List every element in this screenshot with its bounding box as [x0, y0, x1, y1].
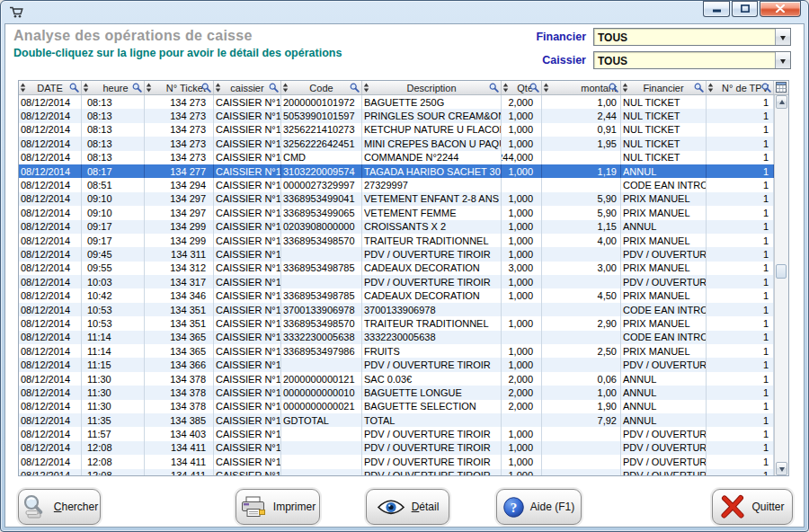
cell-tpv: 1	[707, 275, 774, 288]
title-bar[interactable]	[1, 1, 808, 23]
column-header-date[interactable]: DATE	[19, 81, 82, 94]
dropdown-button[interactable]	[775, 29, 790, 45]
table-row[interactable]: 08/12/201411:35134 385CAISSIER N°1GDTOTA…	[19, 413, 774, 427]
magnifier-icon[interactable]	[694, 83, 704, 94]
table-row[interactable]: 08/12/201411:30134 378CAISSIER N°1000000…	[19, 386, 774, 399]
cell-description: PDV / OUVERTURE TIROIR	[362, 247, 502, 261]
table-row[interactable]: 08/12/201409:17134 299CAISSIER N°1020390…	[19, 220, 774, 234]
cell-caissier: CAISSIER N°1	[214, 220, 281, 234]
dropdown-button[interactable]	[775, 52, 790, 68]
financier-select[interactable]: TOUS	[593, 28, 791, 46]
cell-ticket: 134 378	[145, 386, 214, 399]
chercher-button[interactable]: Chercher	[18, 489, 101, 525]
table-row[interactable]: 08/12/201409:45134 311CAISSIER N°1PDV / …	[19, 247, 774, 261]
scroll-down-button[interactable]	[776, 462, 787, 475]
table-row[interactable]: 08/12/201411:57134 403CAISSIER N°1PDV / …	[19, 427, 774, 440]
cell-montant	[542, 441, 621, 455]
cell-description: PDV / OUVERTURE TIROIR	[362, 358, 502, 371]
cell-description: CADEAUX DECORATION	[362, 288, 502, 302]
cell-caissier: CAISSIER N°1	[214, 288, 281, 302]
column-header-ticket[interactable]: N° Ticket	[145, 81, 214, 94]
magnifier-icon[interactable]	[69, 83, 79, 94]
cell-ticket: 134 273	[145, 151, 214, 164]
table-row[interactable]: 08/12/201411:30134 378CAISSIER N°1000000…	[19, 400, 774, 413]
table-row[interactable]: 08/12/201409:10134 297CAISSIER N°1336895…	[19, 192, 774, 206]
column-header-description[interactable]: Description	[362, 81, 502, 94]
window-controls	[703, 1, 801, 17]
table-row[interactable]: 08/12/201410:53134 351CAISSIER N°1336895…	[19, 316, 774, 330]
cell-tpv: 1	[707, 331, 774, 344]
column-label-ticket: N° Ticket	[166, 83, 206, 93]
table-row[interactable]: 08/12/201412:08134 411CAISSIER N°1PDV / …	[19, 455, 774, 468]
column-header-qte[interactable]: Qté	[502, 81, 542, 94]
cell-montant: 7,92	[542, 413, 621, 427]
column-header-heure[interactable]: heure	[82, 81, 145, 94]
column-header-caissier[interactable]: caissier	[214, 81, 281, 94]
scroll-up-button[interactable]	[776, 95, 787, 109]
scrollbar-thumb[interactable]	[776, 264, 787, 279]
table-row[interactable]: 08/12/201408:13134 273CAISSIER N°1CMDCOM…	[19, 151, 774, 164]
column-header-montant[interactable]: montant	[542, 81, 621, 94]
magnifier-icon[interactable]	[489, 83, 499, 94]
table-row[interactable]: 08/12/201412:08134 411CAISSIER N°1PDV / …	[19, 441, 774, 455]
cell-ticket: 134 273	[145, 95, 214, 109]
table-row[interactable]: 08/12/201411:15134 366CAISSIER N°1PDV / …	[19, 358, 774, 371]
cell-qte: 1,000	[502, 234, 542, 247]
caissier-select[interactable]: TOUS	[593, 51, 791, 69]
cell-code	[281, 427, 362, 440]
imprimer-button[interactable]: Imprimer	[236, 489, 320, 525]
table-row[interactable]: 08/12/201409:55134 312CAISSIER N°1336895…	[19, 262, 774, 275]
quitter-button[interactable]: Quitter	[712, 489, 793, 525]
cell-caissier: CAISSIER N°1	[214, 192, 281, 206]
table-row[interactable]: 08/12/201410:42134 346CAISSIER N°1336895…	[19, 288, 774, 302]
table-row[interactable]: 08/12/201408:13134 273CAISSIER N°1505399…	[19, 109, 774, 122]
magnifier-icon[interactable]	[609, 83, 618, 94]
table-row[interactable]: 08/12/201408:13134 273CAISSIER N°1200000…	[19, 95, 774, 109]
cell-qte: 1,000	[502, 455, 542, 468]
minimize-button[interactable]	[703, 1, 730, 17]
cell-tpv: 1	[707, 123, 774, 137]
cell-ticket: 134 351	[145, 303, 214, 316]
table-row[interactable]: 08/12/201408:51134 294CAISSIER N°1000002…	[19, 178, 774, 191]
magnifier-icon[interactable]	[761, 83, 771, 94]
cell-caissier: CAISSIER N°1	[214, 123, 281, 137]
table-row[interactable]: 08/12/201411:14134 365CAISSIER N°1336895…	[19, 344, 774, 358]
table-row[interactable]: 08/12/201409:10134 297CAISSIER N°1336895…	[19, 206, 774, 219]
table-row[interactable]: 08/12/201408:13134 273CAISSIER N°1325622…	[19, 123, 774, 137]
vertical-scrollbar[interactable]	[774, 95, 788, 475]
cell-tpv: 1	[707, 109, 774, 122]
minimize-icon	[713, 4, 721, 13]
cell-code	[281, 275, 362, 288]
cell-tpv: 1	[707, 247, 774, 261]
cell-ticket: 134 365	[145, 331, 214, 344]
table-row[interactable]: 08/12/201411:30134 378CAISSIER N°1200000…	[19, 372, 774, 386]
table-row[interactable]: 08/12/201410:03134 317CAISSIER N°1PDV / …	[19, 275, 774, 288]
column-header-financier[interactable]: Financier	[621, 81, 707, 94]
table-row[interactable]: 08/12/201410:53134 351CAISSIER N°1370013…	[19, 303, 774, 316]
aide-button[interactable]: ?Aide (F1)	[496, 489, 582, 525]
close-button[interactable]	[760, 1, 801, 17]
magnifier-icon[interactable]	[529, 83, 539, 94]
table-row[interactable]: 08/12/201409:17134 299CAISSIER N°1336895…	[19, 234, 774, 247]
table-row[interactable]: 08/12/201408:17134 277CAISSIER N°1310322…	[19, 164, 774, 178]
cell-caissier: CAISSIER N°1	[214, 303, 281, 316]
column-header-tpv[interactable]: N° de TPV	[707, 81, 774, 94]
table-row[interactable]: 08/12/201408:13134 273CAISSIER N°1325622…	[19, 137, 774, 150]
table-row[interactable]: 08/12/201412:08134 411CAISSIER N°1PDV / …	[19, 469, 774, 475]
printer-icon	[240, 496, 267, 518]
maximize-button[interactable]	[732, 1, 758, 17]
magnifier-icon[interactable]	[201, 83, 211, 94]
column-header-code[interactable]: Code	[281, 81, 362, 94]
cell-qte: 2,000	[502, 400, 542, 413]
grid-options-button[interactable]	[774, 81, 788, 94]
magnifier-icon[interactable]	[132, 83, 142, 94]
cell-montant: 0,91	[542, 123, 621, 137]
detail-button[interactable]: Détail	[366, 489, 449, 525]
table-row[interactable]: 08/12/201411:14134 365CAISSIER N°1333223…	[19, 331, 774, 344]
cell-tpv: 1	[707, 234, 774, 247]
cell-description: PDV / OUVERTURE TIROIR	[362, 441, 502, 455]
cell-qte: 1,000	[502, 344, 542, 358]
magnifier-icon[interactable]	[269, 83, 279, 94]
cell-montant: 3,00	[542, 262, 621, 275]
magnifier-icon[interactable]	[350, 83, 360, 94]
